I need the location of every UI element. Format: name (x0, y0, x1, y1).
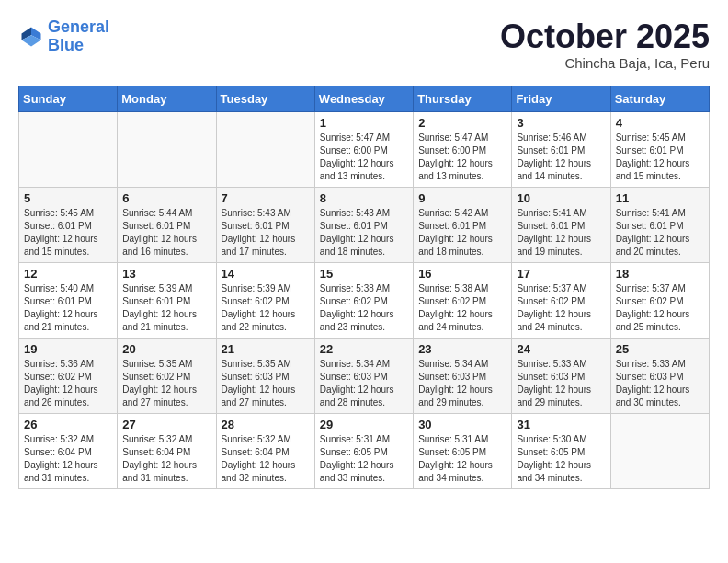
weekday-header-wednesday: Wednesday (314, 86, 413, 111)
calendar-cell: 28Sunrise: 5:32 AM Sunset: 6:04 PM Dayli… (216, 413, 314, 488)
calendar-cell: 1Sunrise: 5:47 AM Sunset: 6:00 PM Daylig… (314, 111, 413, 187)
calendar-cell (610, 413, 709, 488)
calendar-cell: 14Sunrise: 5:39 AM Sunset: 6:02 PM Dayli… (216, 262, 314, 338)
day-info: Sunrise: 5:43 AM Sunset: 6:01 PM Dayligh… (320, 207, 408, 259)
day-info: Sunrise: 5:32 AM Sunset: 6:04 PM Dayligh… (122, 433, 210, 485)
logo-name: GeneralBlue (48, 18, 109, 55)
calendar-cell: 7Sunrise: 5:43 AM Sunset: 6:01 PM Daylig… (216, 187, 314, 262)
calendar-cell: 16Sunrise: 5:38 AM Sunset: 6:02 PM Dayli… (414, 262, 512, 338)
calendar-cell (216, 111, 314, 187)
calendar-week-4: 19Sunrise: 5:36 AM Sunset: 6:02 PM Dayli… (19, 338, 710, 413)
calendar-cell (118, 111, 216, 187)
calendar-cell: 6Sunrise: 5:44 AM Sunset: 6:01 PM Daylig… (118, 187, 216, 262)
calendar-cell: 13Sunrise: 5:39 AM Sunset: 6:01 PM Dayli… (118, 262, 216, 338)
weekday-header-saturday: Saturday (610, 86, 709, 111)
calendar-cell: 27Sunrise: 5:32 AM Sunset: 6:04 PM Dayli… (118, 413, 216, 488)
day-info: Sunrise: 5:35 AM Sunset: 6:02 PM Dayligh… (122, 358, 210, 409)
calendar-cell: 24Sunrise: 5:33 AM Sunset: 6:03 PM Dayli… (512, 338, 610, 413)
calendar-cell: 21Sunrise: 5:35 AM Sunset: 6:03 PM Dayli… (216, 338, 314, 413)
calendar-cell: 2Sunrise: 5:47 AM Sunset: 6:00 PM Daylig… (414, 111, 512, 187)
calendar-week-3: 12Sunrise: 5:40 AM Sunset: 6:01 PM Dayli… (19, 262, 710, 338)
day-info: Sunrise: 5:33 AM Sunset: 6:03 PM Dayligh… (517, 358, 605, 409)
day-number: 26 (24, 418, 112, 431)
day-info: Sunrise: 5:36 AM Sunset: 6:02 PM Dayligh… (24, 358, 112, 409)
day-info: Sunrise: 5:39 AM Sunset: 6:01 PM Dayligh… (122, 282, 210, 334)
weekday-header-tuesday: Tuesday (216, 86, 314, 111)
calendar-cell: 25Sunrise: 5:33 AM Sunset: 6:03 PM Dayli… (610, 338, 709, 413)
weekday-header-friday: Friday (512, 86, 610, 111)
day-number: 21 (222, 342, 310, 356)
day-info: Sunrise: 5:31 AM Sunset: 6:05 PM Dayligh… (418, 433, 506, 485)
weekday-header-thursday: Thursday (414, 86, 512, 111)
day-info: Sunrise: 5:38 AM Sunset: 6:02 PM Dayligh… (320, 282, 408, 334)
calendar-cell: 17Sunrise: 5:37 AM Sunset: 6:02 PM Dayli… (512, 262, 610, 338)
calendar-cell: 15Sunrise: 5:38 AM Sunset: 6:02 PM Dayli… (314, 262, 413, 338)
calendar-cell: 26Sunrise: 5:32 AM Sunset: 6:04 PM Dayli… (19, 413, 118, 488)
calendar-cell: 19Sunrise: 5:36 AM Sunset: 6:02 PM Dayli… (19, 338, 118, 413)
day-number: 16 (418, 267, 506, 281)
day-info: Sunrise: 5:37 AM Sunset: 6:02 PM Dayligh… (616, 282, 704, 334)
day-info: Sunrise: 5:47 AM Sunset: 6:00 PM Dayligh… (418, 132, 506, 183)
day-info: Sunrise: 5:39 AM Sunset: 6:02 PM Dayligh… (222, 282, 310, 334)
day-number: 23 (418, 342, 506, 356)
calendar-cell: 9Sunrise: 5:42 AM Sunset: 6:01 PM Daylig… (414, 187, 512, 262)
day-number: 11 (616, 191, 704, 205)
day-number: 31 (517, 418, 605, 431)
day-info: Sunrise: 5:34 AM Sunset: 6:03 PM Dayligh… (320, 358, 408, 409)
day-info: Sunrise: 5:37 AM Sunset: 6:02 PM Dayligh… (517, 282, 605, 334)
day-info: Sunrise: 5:31 AM Sunset: 6:05 PM Dayligh… (320, 433, 408, 485)
day-number: 15 (320, 267, 408, 281)
day-info: Sunrise: 5:32 AM Sunset: 6:04 PM Dayligh… (24, 433, 112, 485)
page-header: GeneralBlue October 2025 Chincha Baja, I… (18, 18, 710, 71)
day-number: 14 (222, 267, 310, 281)
day-number: 2 (418, 116, 506, 130)
day-number: 4 (616, 116, 704, 130)
day-info: Sunrise: 5:30 AM Sunset: 6:05 PM Dayligh… (517, 433, 605, 485)
calendar-cell: 29Sunrise: 5:31 AM Sunset: 6:05 PM Dayli… (314, 413, 413, 488)
day-number: 29 (320, 418, 408, 431)
day-info: Sunrise: 5:41 AM Sunset: 6:01 PM Dayligh… (616, 207, 704, 259)
calendar-cell: 18Sunrise: 5:37 AM Sunset: 6:02 PM Dayli… (610, 262, 709, 338)
day-info: Sunrise: 5:47 AM Sunset: 6:00 PM Dayligh… (320, 132, 408, 183)
calendar-week-5: 26Sunrise: 5:32 AM Sunset: 6:04 PM Dayli… (19, 413, 710, 488)
day-info: Sunrise: 5:43 AM Sunset: 6:01 PM Dayligh… (222, 207, 310, 259)
weekday-header-row: SundayMondayTuesdayWednesdayThursdayFrid… (19, 86, 710, 111)
day-info: Sunrise: 5:46 AM Sunset: 6:01 PM Dayligh… (517, 132, 605, 183)
day-number: 25 (616, 342, 704, 356)
day-info: Sunrise: 5:45 AM Sunset: 6:01 PM Dayligh… (24, 207, 112, 259)
calendar-table: SundayMondayTuesdayWednesdayThursdayFrid… (18, 86, 710, 489)
calendar-cell: 8Sunrise: 5:43 AM Sunset: 6:01 PM Daylig… (314, 187, 413, 262)
calendar-cell: 10Sunrise: 5:41 AM Sunset: 6:01 PM Dayli… (512, 187, 610, 262)
calendar-week-1: 1Sunrise: 5:47 AM Sunset: 6:00 PM Daylig… (19, 111, 710, 187)
logo: GeneralBlue (18, 18, 109, 55)
day-number: 9 (418, 191, 506, 205)
calendar-cell: 12Sunrise: 5:40 AM Sunset: 6:01 PM Dayli… (19, 262, 118, 338)
day-number: 22 (320, 342, 408, 356)
day-number: 28 (222, 418, 310, 431)
month-title: October 2025 (500, 18, 710, 55)
day-info: Sunrise: 5:44 AM Sunset: 6:01 PM Dayligh… (122, 207, 210, 259)
day-number: 27 (122, 418, 210, 431)
calendar-cell: 20Sunrise: 5:35 AM Sunset: 6:02 PM Dayli… (118, 338, 216, 413)
calendar-cell: 22Sunrise: 5:34 AM Sunset: 6:03 PM Dayli… (314, 338, 413, 413)
calendar-cell: 31Sunrise: 5:30 AM Sunset: 6:05 PM Dayli… (512, 413, 610, 488)
calendar-body: 1Sunrise: 5:47 AM Sunset: 6:00 PM Daylig… (19, 111, 710, 488)
day-info: Sunrise: 5:33 AM Sunset: 6:03 PM Dayligh… (616, 358, 704, 409)
location-subtitle: Chincha Baja, Ica, Peru (500, 55, 710, 71)
calendar-cell: 11Sunrise: 5:41 AM Sunset: 6:01 PM Dayli… (610, 187, 709, 262)
day-info: Sunrise: 5:34 AM Sunset: 6:03 PM Dayligh… (418, 358, 506, 409)
day-number: 18 (616, 267, 704, 281)
weekday-header-sunday: Sunday (19, 86, 118, 111)
day-number: 3 (517, 116, 605, 130)
calendar-cell: 3Sunrise: 5:46 AM Sunset: 6:01 PM Daylig… (512, 111, 610, 187)
day-number: 13 (122, 267, 210, 281)
day-info: Sunrise: 5:38 AM Sunset: 6:02 PM Dayligh… (418, 282, 506, 334)
logo-icon (18, 24, 44, 50)
day-number: 10 (517, 191, 605, 205)
day-number: 24 (517, 342, 605, 356)
day-number: 5 (24, 191, 112, 205)
day-number: 12 (24, 267, 112, 281)
day-number: 7 (222, 191, 310, 205)
title-block: October 2025 Chincha Baja, Ica, Peru (500, 18, 710, 71)
day-info: Sunrise: 5:42 AM Sunset: 6:01 PM Dayligh… (418, 207, 506, 259)
